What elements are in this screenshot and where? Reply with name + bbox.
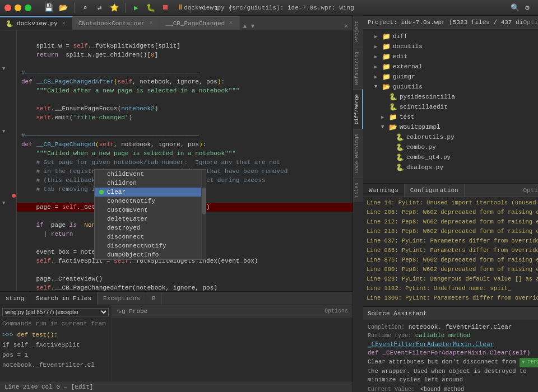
find-icon[interactable]: ⌕ (79, 2, 91, 14)
tab-label: dockview.py (17, 20, 58, 27)
def-full-row: def _CEventFilterForAdapterMixin.Clear(s… (368, 349, 538, 356)
search-global-icon[interactable]: 🔍 (509, 2, 521, 14)
tab-close-notebook[interactable]: × (148, 20, 154, 27)
tab-dockview[interactable]: 🐍 dockview.py × (0, 16, 73, 30)
warn-line-11: Line 1306: PyLint: Parameters differ fro… (363, 293, 538, 303)
tree-arrow-edit: ▶ (374, 54, 380, 60)
vtab-tiles[interactable]: Tiles (353, 178, 363, 202)
fold-arrow-4[interactable]: ▼ (2, 290, 5, 291)
tree-label-combo: combo.py (406, 144, 436, 151)
warn-line-7: Line 876: Pep8: W602 deprecated form of … (363, 255, 538, 265)
save-icon[interactable]: 💾 (43, 2, 55, 14)
warn-line-6: Line 866: PyLint: Parameters differ from… (363, 246, 538, 255)
tree-label-guiutils: guiutils (393, 83, 423, 90)
tree-item-combo[interactable]: 🐍 combo.py (363, 142, 538, 152)
tree-item-test[interactable]: ▶ 📁 test (363, 112, 538, 122)
tab-menu[interactable]: × (340, 23, 353, 30)
tab-exceptions[interactable]: Exceptions (98, 292, 146, 305)
replace-icon[interactable]: ⇄ (94, 2, 106, 14)
vtab-project[interactable]: Project (353, 16, 363, 46)
probe-options[interactable]: Options (324, 308, 348, 314)
project-options[interactable]: Options (523, 19, 538, 26)
def-full-text: def _CEventFilterForAdapterMixin.Clear(s… (368, 349, 530, 356)
tree-label-guimgr: guimgr (393, 73, 415, 80)
warn-tab-warnings[interactable]: Warnings (363, 184, 405, 197)
vtab-diff-merge[interactable]: Diff/Merge (353, 89, 363, 129)
tree-item-dialogs[interactable]: 🐍 dialogs.py (363, 162, 538, 172)
tree-item-diff[interactable]: ▶ 📁 diff (363, 31, 538, 41)
code-area[interactable]: split_w = self._fGtkSplitWidgets[split] … (0, 30, 353, 291)
tab-notebook[interactable]: CNotebookContainer × (73, 16, 160, 30)
ac-item-deleteLater[interactable]: deleteLater (95, 214, 206, 223)
tree-item-edit[interactable]: ▶ 📁 edit (363, 52, 538, 62)
ac-item-clear[interactable]: Clear (95, 188, 206, 197)
status-text: Line 2140 Col 0 – [Edit] (4, 384, 93, 390)
assist-description: Clear attributes but don't disconnect fr… (368, 358, 538, 384)
settings-icon[interactable]: ⚙ (521, 2, 534, 14)
bookmark-icon[interactable]: ⭐ (108, 2, 120, 14)
py-icon-comboqt4: 🐍 (396, 153, 404, 162)
tab-scroll-down[interactable]: ▼ (249, 23, 257, 30)
tree-item-guimgr[interactable]: ▶ 📁 guimgr (363, 72, 538, 82)
ac-item-children[interactable]: children (95, 179, 206, 188)
fold-arrow-2[interactable]: ▼ (2, 129, 5, 134)
ac-item-destroyed[interactable]: destroyed (95, 223, 206, 232)
debug-icon[interactable]: 🐛 (145, 2, 157, 14)
tree-label-diff: diff (393, 33, 407, 40)
current-value: <bound method (420, 386, 464, 392)
stop-icon[interactable]: ⏹ (159, 2, 171, 14)
ac-no-dot (99, 235, 104, 239)
fold-arrow-3[interactable]: ▼ (2, 200, 5, 206)
tree-item-combo-qt4[interactable]: 🐍 combo_qt4.py (363, 152, 538, 162)
tree-arrow-external: ▶ (374, 64, 380, 70)
autocomplete-scrollbar[interactable] (201, 170, 206, 259)
minimize-button[interactable] (15, 4, 21, 11)
ac-item-disconnectNotify[interactable]: disconnectNotify (95, 241, 206, 250)
ac-label: dumpObjectInfo (107, 251, 159, 258)
ac-item-childEvent[interactable]: childEvent (95, 170, 206, 179)
maximize-button[interactable] (25, 4, 31, 11)
close-button[interactable] (4, 4, 11, 11)
vtab-code-warnings[interactable]: Code Warnings (353, 129, 363, 178)
debug-line4: notebook._fEventFilter.Cl (2, 360, 109, 370)
right-container: Project Refactoring Diff/Merge Code Warn… (353, 16, 538, 392)
warn-tab-configuration[interactable]: Configuration (405, 184, 465, 197)
tree-item-colorutils[interactable]: 🐍 colorutils.py (363, 132, 538, 142)
ac-item-customEvent[interactable]: customEvent (95, 206, 206, 214)
tree-item-wguicpp[interactable]: ▼ 📂 WGuiCppImpl (363, 122, 538, 132)
tab-scroll-up[interactable]: ▲ (241, 23, 249, 30)
folder-icon-external: 📁 (382, 63, 391, 71)
tab-testing[interactable]: sting (0, 292, 30, 305)
ac-no-dot (99, 172, 104, 176)
tree-label-colorutils: colorutils.py (406, 134, 454, 141)
ac-item-connectNotify[interactable]: connectNotify (95, 197, 206, 206)
open-icon[interactable]: 📂 (57, 2, 69, 14)
ac-item-disconnect[interactable]: disconnect (95, 232, 206, 241)
tab-close-dockview[interactable]: × (61, 20, 67, 27)
window-title: dockview.py (src/guiutils): ide-7.0s.wpr… (184, 4, 354, 11)
tree-label-edit: edit (393, 53, 407, 60)
ac-item-dumpObjectInfo[interactable]: dumpObjectInfo (95, 250, 206, 259)
warnings-header: Warnings Configuration Options (363, 184, 538, 197)
toolbar-separator (74, 3, 75, 13)
fold-arrow-1[interactable]: ▼ (2, 66, 5, 72)
tree-item-external[interactable]: ▶ 📁 external (363, 62, 538, 72)
tab-close-cbpage[interactable]: × (228, 20, 234, 27)
debug-process-select[interactable]: wing.py (pid 85777) (exceptio (2, 308, 109, 316)
tree-item-pysidescintilla[interactable]: 🐍 pysidescintilla (363, 92, 538, 102)
tab-search-in-files[interactable]: Search in Files (30, 292, 98, 305)
vtab-refactoring[interactable]: Refactoring (353, 46, 363, 89)
tab-b[interactable]: B (146, 292, 162, 305)
autocomplete-scrollbar-thumb (202, 188, 206, 214)
run-icon toolbar-run[interactable]: ▶ (130, 2, 142, 14)
bottom-tabs: sting Search in Files Exceptions B (0, 292, 353, 305)
tab-cbpage[interactable]: __CB_PageChanged × (160, 16, 240, 30)
assistant-content: Completion: notebook._fEventFilter.Clear… (363, 320, 538, 392)
tree-item-guiutils[interactable]: ▼ 📂 guiutils (363, 82, 538, 92)
probe-label: ∿g Probe (117, 307, 147, 315)
tree-item-scintillaedit[interactable]: 🐍 scintillaedit (363, 102, 538, 112)
tree-label-docutils: docutils (393, 43, 423, 50)
tree-item-docutils[interactable]: ▶ 📁 docutils (363, 41, 538, 52)
warnings-options[interactable]: Options (518, 187, 538, 194)
def-link[interactable]: _CEventFilterForAdapterMixin.Clear (368, 340, 494, 348)
